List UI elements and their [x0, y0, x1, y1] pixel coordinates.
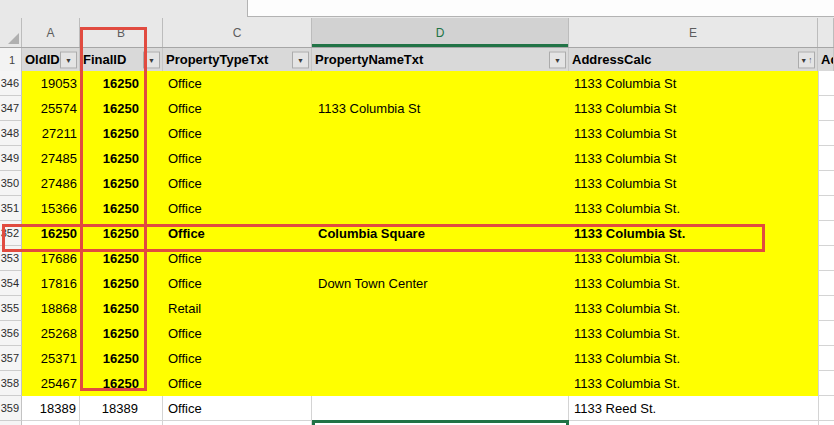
cell-D355[interactable]	[312, 296, 569, 321]
cell-C359[interactable]: Office	[163, 396, 312, 421]
row-header-356[interactable]: 356	[0, 321, 22, 346]
row-header-350[interactable]: 350	[0, 171, 22, 196]
header-cell-oldid[interactable]: OldID▼	[22, 48, 80, 71]
cell-E349[interactable]: 1133 Columbia St	[569, 146, 818, 171]
cell-D353[interactable]	[312, 246, 569, 271]
row-header-347[interactable]: 347	[0, 96, 22, 121]
cell-E356[interactable]: 1133 Columbia St.	[569, 321, 818, 346]
row-header-358[interactable]: 358	[0, 371, 22, 396]
cell-B352[interactable]: 16250	[80, 221, 163, 246]
cell-E352[interactable]: 1133 Columbia St.	[569, 221, 818, 246]
header-cell-ad[interactable]: Ad	[818, 48, 834, 71]
cell-D356[interactable]	[312, 321, 569, 346]
cell-B348[interactable]: 16250	[80, 121, 163, 146]
cell-E354[interactable]: 1133 Columbia St.	[569, 271, 818, 296]
row-header-353[interactable]: 353	[0, 246, 22, 271]
row-header-349[interactable]: 349	[0, 146, 22, 171]
cell-B350[interactable]: 16250	[80, 171, 163, 196]
filter-button-oldid[interactable]: ▼	[60, 51, 77, 68]
cell-D346[interactable]	[312, 71, 569, 96]
column-letter-D[interactable]: D	[312, 18, 569, 47]
cell-E347[interactable]: 1133 Columbia St	[569, 96, 818, 121]
row-header-354[interactable]: 354	[0, 271, 22, 296]
cell-partial[interactable]	[569, 421, 818, 425]
cell-D350[interactable]	[312, 171, 569, 196]
cell-C356[interactable]: Office	[163, 321, 312, 346]
cell-F352[interactable]	[818, 221, 834, 246]
cell-B354[interactable]: 16250	[80, 271, 163, 296]
column-letter-clipped[interactable]	[818, 18, 834, 47]
cell-F350[interactable]	[818, 171, 834, 196]
cell-partial[interactable]	[312, 421, 569, 425]
cell-F358[interactable]	[818, 371, 834, 396]
column-letter-A[interactable]: A	[22, 18, 80, 47]
filter-button-propertynametxt[interactable]: ▼	[549, 51, 566, 68]
cell-B359[interactable]: 18389	[80, 396, 163, 421]
column-letter-B[interactable]: B	[80, 18, 163, 47]
cell-B346[interactable]: 16250	[80, 71, 163, 96]
cell-partial[interactable]	[163, 421, 312, 425]
cell-A359[interactable]: 18389	[22, 396, 80, 421]
cell-E350[interactable]: 1133 Columbia St	[569, 171, 818, 196]
cell-partial[interactable]	[22, 421, 80, 425]
cell-D349[interactable]	[312, 146, 569, 171]
cell-C348[interactable]: Office	[163, 121, 312, 146]
cell-E357[interactable]: 1133 Columbia St.	[569, 346, 818, 371]
cell-A347[interactable]: 25574	[22, 96, 80, 121]
cell-D352[interactable]: Columbia Square	[312, 221, 569, 246]
cell-F346[interactable]	[818, 71, 834, 96]
cell-D359[interactable]	[312, 396, 569, 421]
cell-partial[interactable]	[80, 421, 163, 425]
cell-A354[interactable]: 17816	[22, 271, 80, 296]
cell-F355[interactable]	[818, 296, 834, 321]
cell-A352[interactable]: 16250	[22, 221, 80, 246]
cell-E348[interactable]: 1133 Columbia St	[569, 121, 818, 146]
header-cell-propertynametxt[interactable]: PropertyNameTxt▼	[312, 48, 569, 71]
cell-F354[interactable]	[818, 271, 834, 296]
cell-E351[interactable]: 1133 Columbia St.	[569, 196, 818, 221]
header-cell-finalid[interactable]: FinalID▼	[80, 48, 163, 71]
cell-B358[interactable]: 16250	[80, 371, 163, 396]
cell-F359[interactable]	[818, 396, 834, 421]
cell-E353[interactable]: 1133 Columbia St.	[569, 246, 818, 271]
cell-F351[interactable]	[818, 196, 834, 221]
cell-E359[interactable]: 1133 Reed St.	[569, 396, 818, 421]
header-cell-propertytypetxt[interactable]: PropertyTypeTxt▼	[163, 48, 312, 71]
cell-F353[interactable]	[818, 246, 834, 271]
filter-button-finalid[interactable]: ▼	[143, 51, 160, 68]
cell-A357[interactable]: 25371	[22, 346, 80, 371]
row-header-partial[interactable]	[0, 421, 22, 425]
cell-D347[interactable]: 1133 Columbia St	[312, 96, 569, 121]
cell-B357[interactable]: 16250	[80, 346, 163, 371]
cell-D357[interactable]	[312, 346, 569, 371]
cell-C349[interactable]: Office	[163, 146, 312, 171]
cell-F349[interactable]	[818, 146, 834, 171]
cell-A346[interactable]: 19053	[22, 71, 80, 96]
cell-D358[interactable]	[312, 371, 569, 396]
select-all-corner[interactable]	[0, 18, 22, 47]
cell-D348[interactable]	[312, 121, 569, 146]
cell-C357[interactable]: Office	[163, 346, 312, 371]
row-header-351[interactable]: 351	[0, 196, 22, 221]
column-letter-E[interactable]: E	[569, 18, 818, 47]
filter-button-addresscalc[interactable]: ▼↑	[798, 51, 815, 68]
row-header-359[interactable]: 359	[0, 396, 22, 421]
cell-C354[interactable]: Office	[163, 271, 312, 296]
filter-button-propertytypetxt[interactable]: ▼	[292, 51, 309, 68]
header-cell-addresscalc[interactable]: AddressCalc▼↑	[569, 48, 818, 71]
cell-B355[interactable]: 16250	[80, 296, 163, 321]
cell-A353[interactable]: 17686	[22, 246, 80, 271]
cell-E358[interactable]: 1133 Columbia St.	[569, 371, 818, 396]
cell-F357[interactable]	[818, 346, 834, 371]
cell-C346[interactable]: Office	[163, 71, 312, 96]
cell-C350[interactable]: Office	[163, 171, 312, 196]
cell-F356[interactable]	[818, 321, 834, 346]
cell-D351[interactable]	[312, 196, 569, 221]
cell-A351[interactable]: 15366	[22, 196, 80, 221]
row-header-352[interactable]: 352	[0, 221, 22, 246]
cell-partial[interactable]	[818, 421, 834, 425]
row-header-355[interactable]: 355	[0, 296, 22, 321]
cell-B349[interactable]: 16250	[80, 146, 163, 171]
cell-D354[interactable]: Down Town Center	[312, 271, 569, 296]
cell-A358[interactable]: 25467	[22, 371, 80, 396]
